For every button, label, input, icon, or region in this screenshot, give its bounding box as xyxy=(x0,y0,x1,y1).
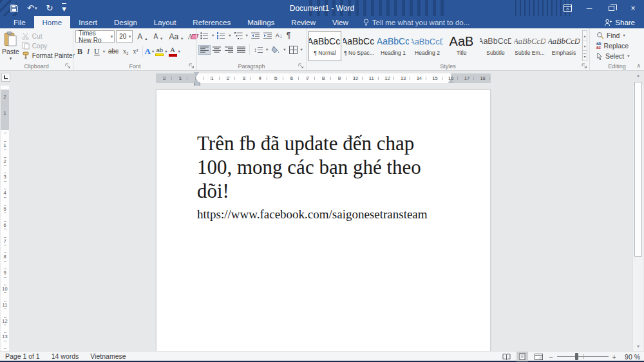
minimize-button[interactable]: ─ xyxy=(578,0,600,16)
document-page[interactable]: Trên fb đã update đến chap 100, mong các… xyxy=(156,90,491,351)
paste-button[interactable]: Paste ▾ xyxy=(2,30,19,61)
tab-references[interactable]: References xyxy=(184,16,239,28)
clipboard-dialog-launcher[interactable] xyxy=(65,63,71,69)
styles-scroll-up-button[interactable]: ▴ xyxy=(582,30,587,41)
style-heading1[interactable]: AaBbCc Heading 1 xyxy=(377,31,410,61)
first-line-indent-marker[interactable] xyxy=(194,72,199,76)
zoom-slider[interactable] xyxy=(557,353,609,360)
scrollbar-thumb[interactable] xyxy=(634,82,642,257)
align-right-button[interactable] xyxy=(223,46,234,54)
sort-button[interactable]: A↓ xyxy=(274,32,284,40)
zoom-percentage[interactable]: 90 % xyxy=(621,353,640,361)
numbering-button[interactable] xyxy=(216,32,227,40)
styles-dialog-launcher[interactable] xyxy=(582,63,587,69)
select-button[interactable]: Select ▾ xyxy=(596,51,642,61)
subscript-button[interactable]: x₂ xyxy=(121,47,131,56)
share-button[interactable]: Share xyxy=(599,16,640,28)
paragraph-dialog-launcher[interactable] xyxy=(298,63,304,69)
font-color-dropdown-caret[interactable]: ▾ xyxy=(178,49,181,54)
decrease-indent-button[interactable] xyxy=(250,32,261,40)
style-no-spacing[interactable]: AaBbCcI ¶ No Spac... xyxy=(343,31,375,61)
highlight-dropdown-caret[interactable]: ▾ xyxy=(164,49,167,54)
print-layout-button[interactable] xyxy=(516,352,528,361)
tab-insert[interactable]: Insert xyxy=(70,16,106,28)
undo-dropdown-caret[interactable]: ▾ xyxy=(35,6,37,10)
bullets-dropdown-caret[interactable]: ▾ xyxy=(211,33,214,38)
zoom-out-button[interactable]: − xyxy=(549,353,553,361)
customize-qat-button[interactable]: ▾ xyxy=(62,3,66,13)
redo-button[interactable]: ↻ xyxy=(46,4,53,12)
tell-me-box[interactable]: Tell me what you want to do... xyxy=(357,16,477,28)
show-hide-marks-button[interactable]: ¶ xyxy=(285,30,292,41)
right-indent-marker[interactable] xyxy=(448,79,453,83)
zoom-slider-thumb[interactable] xyxy=(575,353,578,360)
bullets-button[interactable] xyxy=(199,32,210,40)
justify-button[interactable] xyxy=(236,46,247,54)
tab-layout[interactable]: Layout xyxy=(146,16,185,28)
save-button[interactable] xyxy=(10,5,18,12)
font-dialog-launcher[interactable] xyxy=(189,63,194,69)
increase-indent-button[interactable] xyxy=(262,32,273,40)
borders-dropdown-caret[interactable]: ▾ xyxy=(300,47,303,52)
style-title[interactable]: AaB Title xyxy=(445,31,478,61)
tab-mailings[interactable]: Mailings xyxy=(239,16,283,28)
tab-view[interactable]: View xyxy=(324,16,357,28)
font-size-combobox[interactable]: 20 ▾ xyxy=(116,30,133,43)
superscript-button[interactable]: x² xyxy=(131,47,140,56)
page-indicator[interactable]: Page 1 of 1 xyxy=(5,352,40,360)
word-count[interactable]: 14 words xyxy=(52,352,79,360)
style-emphasis[interactable]: AaBbCcD Emphasis xyxy=(547,31,580,61)
change-case-button[interactable]: Aa▾ xyxy=(166,32,185,42)
cut-button[interactable]: Cut xyxy=(22,33,75,40)
scroll-up-arrow[interactable]: ▴ xyxy=(633,71,643,79)
document-url-text[interactable]: https://www.facebook.com/saigonesetranst… xyxy=(197,206,453,222)
ribbon-display-options-button[interactable] xyxy=(556,0,578,16)
numbering-dropdown-caret[interactable]: ▾ xyxy=(228,33,231,38)
style-subtitle[interactable]: AaBbCcD Subtitle xyxy=(479,31,512,61)
copy-button[interactable]: Copy xyxy=(22,42,75,50)
underline-dropdown-caret[interactable]: ▾ xyxy=(102,49,106,54)
style-subtle-emphasis[interactable]: AaBbCcD Subtle Em... xyxy=(513,31,546,61)
underline-button[interactable]: U xyxy=(92,47,102,56)
vertical-scrollbar[interactable]: ▴ ▾ xyxy=(632,85,643,351)
align-center-button[interactable] xyxy=(211,46,222,54)
italic-button[interactable]: I xyxy=(85,47,91,56)
collapse-ribbon-button[interactable]: ∧ xyxy=(636,62,641,69)
shading-dropdown-caret[interactable]: ▾ xyxy=(283,47,286,52)
find-button[interactable]: Find ▾ xyxy=(596,30,642,41)
undo-button[interactable]: ↶ ▾ xyxy=(27,4,37,12)
strikethrough-button[interactable]: abc xyxy=(106,47,120,56)
tab-file[interactable]: File xyxy=(5,16,34,28)
bold-button[interactable]: B xyxy=(75,47,84,56)
left-indent-markers[interactable] xyxy=(194,72,200,85)
shading-button[interactable] xyxy=(270,45,281,54)
web-layout-button[interactable] xyxy=(533,352,544,361)
line-spacing-dropdown-caret[interactable]: ▾ xyxy=(265,47,269,52)
line-spacing-button[interactable]: ↕ xyxy=(252,46,264,54)
format-painter-button[interactable]: Format Painter xyxy=(22,52,75,59)
language-indicator[interactable]: Vietnamese xyxy=(90,352,126,360)
multilevel-list-button[interactable] xyxy=(233,32,244,40)
read-mode-button[interactable] xyxy=(500,352,512,361)
tab-review[interactable]: Review xyxy=(283,16,324,28)
text-effects-dropdown-caret[interactable]: ▾ xyxy=(151,49,155,54)
styles-scroll-down-button[interactable]: ▾ xyxy=(582,41,587,52)
styles-more-button[interactable]: ▾ xyxy=(582,51,587,61)
align-left-button[interactable] xyxy=(199,46,210,54)
font-name-combobox[interactable]: Times New Ro ▾ xyxy=(75,30,115,43)
tab-stop-selector[interactable] xyxy=(1,73,10,82)
text-effects-button[interactable]: A xyxy=(145,46,151,57)
clear-formatting-button[interactable]: A xyxy=(186,32,194,41)
tab-design[interactable]: Design xyxy=(106,16,146,28)
borders-button[interactable] xyxy=(288,45,299,55)
scroll-down-arrow[interactable]: ▾ xyxy=(633,342,643,350)
style-normal[interactable]: AaBbCcI ¶ Normal xyxy=(308,31,341,61)
zoom-in-button[interactable]: + xyxy=(612,353,616,361)
tab-home[interactable]: Home xyxy=(34,16,71,28)
paste-dropdown-caret[interactable]: ▾ xyxy=(10,56,12,61)
highlight-color-button[interactable]: ab xyxy=(155,47,164,57)
shrink-font-button[interactable]: A▾ xyxy=(150,32,164,42)
document-paragraph[interactable]: Trên fb đã update đến chap 100, mong các… xyxy=(197,131,453,203)
replace-button[interactable]: abac Replace xyxy=(596,41,642,51)
close-button[interactable]: × xyxy=(622,0,644,16)
